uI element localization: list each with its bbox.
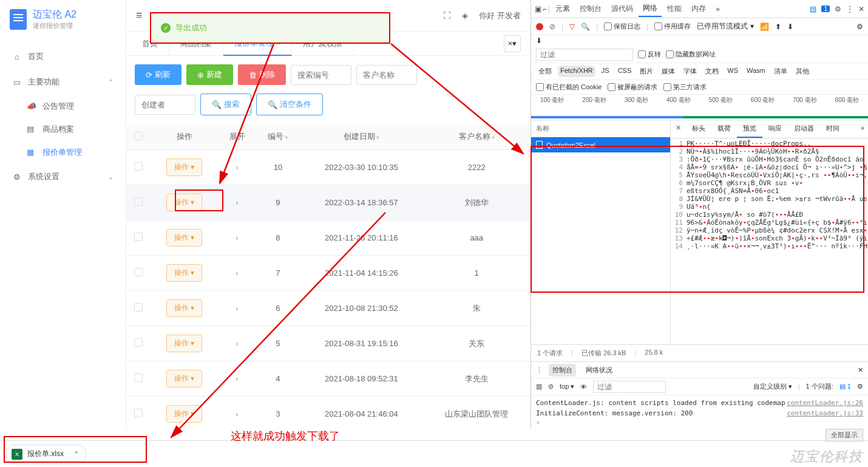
row-op-button[interactable]: 操作 ▾ [166, 299, 202, 317]
row-op-button[interactable]: 操作 ▾ [166, 405, 202, 423]
type-css[interactable]: CSS [615, 66, 634, 77]
row-checkbox[interactable] [134, 373, 143, 382]
invert-checkbox[interactable]: 反转 [638, 50, 661, 59]
nav-home[interactable]: ⌂ 首页 [0, 44, 126, 69]
preserve-log-checkbox[interactable]: 保留日志 [604, 22, 640, 31]
fullscreen-icon[interactable]: ⛶ [443, 11, 451, 20]
console-level[interactable]: 自定义级别 ▾ [753, 382, 792, 391]
dt-gear-icon[interactable]: ⚙ [856, 22, 863, 31]
creator-input[interactable] [135, 95, 195, 115]
row-op-button[interactable]: 操作 ▾ [166, 370, 202, 387]
table-row[interactable]: 操作 ▾ › 9 2022-03-14 18:36:57 刘德华 [126, 185, 531, 220]
console-link[interactable]: contentLoader.js:26 [787, 399, 863, 407]
console-tab[interactable]: 控制台 [549, 364, 576, 377]
diamond-icon[interactable]: ◈ [462, 11, 468, 20]
customer-input[interactable] [356, 65, 417, 85]
type-img[interactable]: 图片 [637, 66, 656, 77]
type-ws[interactable]: WS [725, 66, 741, 77]
message-icon[interactable]: ▤ [810, 5, 816, 13]
disable-cache-checkbox[interactable]: 停用缓存 [654, 22, 691, 31]
dt-menu-icon[interactable]: ⋮ [846, 5, 853, 13]
console-link[interactable]: contentLoader.js:33 [787, 409, 863, 417]
upload-icon[interactable]: ⬆ [775, 22, 781, 31]
col-date[interactable]: 创建日期♦ [300, 124, 422, 150]
expand-icon[interactable]: › [236, 163, 238, 172]
type-manifest[interactable]: 清单 [771, 66, 790, 77]
network-status-tab[interactable]: 网络状况 [582, 364, 616, 377]
settings-icon[interactable]: ⚙ [835, 5, 841, 13]
detail-tab-preview[interactable]: 预览 [737, 120, 762, 138]
type-all[interactable]: 全部 [536, 66, 554, 77]
dt-tab-memory[interactable]: 内存 [687, 1, 710, 16]
detail-tab-headers[interactable]: 标头 [686, 120, 711, 138]
console-scope[interactable]: top ▾ [560, 383, 574, 390]
console-sidebar-icon[interactable]: ▥ [536, 383, 542, 390]
device-icon[interactable]: ⌐ [543, 5, 547, 13]
nav-quotation[interactable]: ▦ 报价单管理 [0, 141, 126, 164]
row-checkbox[interactable] [134, 409, 143, 417]
create-button[interactable]: ⊕ 新建 [186, 64, 233, 85]
table-row[interactable]: 操作 ▾ › 4 2021-08-18 09:52:31 李先生 [126, 361, 531, 397]
table-row[interactable]: 操作 ▾ › 7 2021-11-04 14:15:26 1 [126, 256, 531, 291]
search-no-input[interactable] [291, 65, 351, 85]
download-item[interactable]: X 报价单.xlsx ⌃ [6, 445, 86, 464]
detail-tab-response[interactable]: 响应 [762, 120, 788, 138]
clear-button[interactable]: 🔍 清空条件 [256, 94, 323, 115]
row-checkbox[interactable] [134, 303, 143, 312]
row-checkbox[interactable] [134, 197, 143, 206]
hide-urls-checkbox[interactable]: 隐藏数据网址 [666, 50, 716, 59]
nav-system-settings[interactable]: ⚙ 系统设置 ⌄ [0, 164, 126, 189]
console-gear-icon[interactable]: ⚙ [857, 383, 863, 390]
detail-more-icon[interactable]: » [857, 120, 868, 138]
type-fetch[interactable]: Fetch/XHR [558, 66, 595, 77]
delete-button[interactable]: 🗑 删除 [238, 64, 286, 85]
detail-tab-timing[interactable]: 时间 [820, 120, 846, 138]
dt-tab-network[interactable]: 网络 [639, 1, 662, 17]
third-party-checkbox[interactable]: 第三方请求 [663, 83, 707, 92]
filter-icon[interactable]: ▽ [569, 22, 575, 31]
table-row[interactable]: 操作 ▾ › 5 2021-08-31 19:15:16 关东 [126, 326, 531, 361]
detail-tab-initiator[interactable]: 启动器 [788, 120, 820, 138]
expand-icon[interactable]: › [236, 233, 238, 242]
dt-timeline[interactable]: 100 毫秒200 毫秒300 毫秒400 毫秒500 毫秒600 毫秒700 … [531, 95, 868, 120]
nav-main-features[interactable]: ▭ 主要功能 ⌃ [0, 69, 126, 95]
console-menu-icon[interactable]: ⋮ [536, 366, 543, 374]
dt-tab-elements[interactable]: 元素 [551, 1, 574, 16]
inspect-icon[interactable]: ▣ [535, 5, 541, 13]
detail-tab-payload[interactable]: 载荷 [711, 120, 737, 138]
row-checkbox[interactable] [134, 338, 143, 347]
blocked-cookies-checkbox[interactable]: 有已拦截的 Cookie [536, 83, 602, 92]
wifi-icon[interactable]: 📶 [760, 22, 769, 31]
select-all-checkbox[interactable] [134, 132, 143, 140]
type-wasm[interactable]: Wasm [744, 66, 768, 77]
nav-product-files[interactable]: ▤ 商品档案 [0, 118, 126, 141]
expand-icon[interactable]: › [236, 339, 238, 348]
type-font[interactable]: 字体 [681, 66, 699, 77]
dt-tab-more[interactable]: » [711, 2, 724, 16]
row-op-button[interactable]: 操作 ▾ [166, 159, 202, 176]
dt-filter-input[interactable] [536, 49, 633, 61]
type-media[interactable]: 媒体 [659, 66, 677, 77]
expand-icon[interactable]: › [236, 198, 238, 207]
dt-tab-console[interactable]: 控制台 [575, 1, 606, 16]
hamburger-icon[interactable]: ≡ [136, 9, 143, 22]
dt-tab-performance[interactable]: 性能 [663, 1, 686, 16]
col-customer[interactable]: 客户名称♦ [422, 124, 531, 150]
clear-icon[interactable]: ⊘ [549, 22, 555, 31]
record-icon[interactable] [536, 23, 543, 30]
row-op-button[interactable]: 操作 ▾ [166, 264, 202, 282]
expand-icon[interactable]: › [236, 374, 238, 383]
row-op-button[interactable]: 操作 ▾ [166, 335, 202, 352]
issue-icon[interactable]: ▤ 1 [839, 383, 851, 390]
col-no[interactable]: 编号♦ [256, 124, 300, 150]
console-close-icon[interactable]: ✕ [858, 366, 863, 374]
row-checkbox[interactable] [134, 233, 143, 241]
filtered-req-checkbox[interactable]: 被屏蔽的请求 [608, 83, 657, 92]
download-icon[interactable]: ⬇ [787, 22, 793, 31]
dt-tab-sources[interactable]: 源代码 [607, 1, 637, 16]
show-all-button[interactable]: 全部显示 [826, 429, 863, 441]
expand-icon[interactable]: › [236, 268, 238, 278]
row-checkbox[interactable] [134, 162, 143, 171]
type-doc[interactable]: 文档 [703, 66, 721, 77]
refresh-button[interactable]: ⟳ 刷新 [135, 64, 181, 85]
